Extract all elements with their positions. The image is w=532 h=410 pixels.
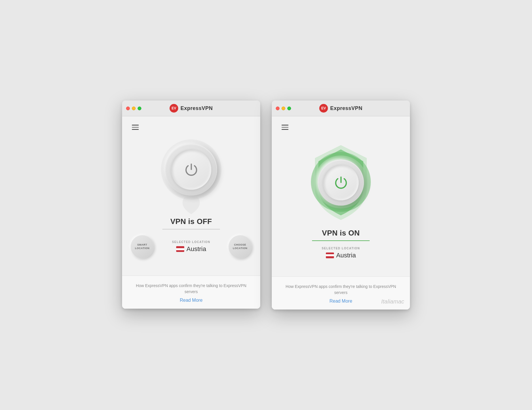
left-footer-text: How ExpressVPN apps confirm they're talk…	[131, 283, 252, 295]
right-footer: How ExpressVPN apps confirm they're talk…	[272, 276, 410, 310]
left-location-info: SELECTED LOCATION Austria	[158, 240, 224, 253]
right-flag-stripe-white	[326, 254, 334, 256]
right-hamburger-line-3	[282, 129, 288, 130]
right-read-more-link[interactable]: Read More	[329, 299, 352, 303]
smart-location-label: SMART LOCATION	[135, 243, 149, 250]
right-close-button[interactable]	[276, 107, 280, 110]
left-app-body: VPN is OFF SMART LOCATION SELECTED LOCAT…	[122, 116, 260, 309]
left-pin-svg	[168, 197, 214, 214]
left-title-bar: EV ExpressVPN	[122, 100, 260, 116]
left-power-area: VPN is OFF SMART LOCATION SELECTED LOCAT…	[131, 134, 252, 267]
choose-location-button[interactable]: CHOOSE LOCATION	[229, 235, 252, 258]
right-shield-wrapper	[298, 139, 384, 226]
left-power-button-inner	[171, 149, 211, 190]
left-read-more-link[interactable]: Read More	[180, 298, 202, 303]
right-flag-stripe-red-2	[326, 256, 334, 258]
right-location-info: SELECTED LOCATION Austria	[280, 247, 401, 259]
left-minimize-button[interactable]	[132, 107, 136, 110]
flag-stripe-red-2	[176, 250, 184, 252]
right-maximize-button[interactable]	[287, 107, 291, 110]
left-app-title: ExpressVPN	[180, 105, 213, 111]
right-location-area: SELECTED LOCATION Austria	[280, 247, 401, 259]
right-location-name-row: Austria	[280, 252, 401, 259]
right-power-button-wrapper	[318, 160, 364, 206]
left-location-name-row: Austria	[158, 245, 224, 253]
flag-stripe-red-1	[176, 246, 184, 248]
left-close-button[interactable]	[126, 107, 130, 110]
left-status-line	[162, 229, 220, 229]
right-minimize-button[interactable]	[282, 107, 285, 110]
right-app-body: VPN is ON SELECTED LOCATION	[272, 116, 410, 310]
right-app-main: VPN is ON SELECTED LOCATION	[272, 116, 410, 276]
right-hamburger-menu[interactable]	[280, 122, 290, 132]
right-vpn-status: VPN is ON	[322, 229, 360, 238]
left-traffic-lights	[126, 107, 141, 110]
smart-location-button[interactable]: SMART LOCATION	[131, 235, 154, 258]
hamburger-line-1	[132, 125, 139, 126]
left-power-button[interactable]	[165, 144, 217, 195]
left-selected-location-label: SELECTED LOCATION	[158, 240, 224, 244]
right-app-title: ExpressVPN	[330, 105, 362, 111]
right-flag-stripe-red-1	[326, 253, 334, 255]
right-selected-location-label: SELECTED LOCATION	[280, 247, 401, 250]
right-footer-text: How ExpressVPN apps confirm they're talk…	[280, 284, 401, 296]
left-location-pin	[168, 197, 214, 214]
left-footer: How ExpressVPN apps confirm they're talk…	[122, 276, 260, 309]
right-status-line	[312, 240, 370, 241]
right-power-button[interactable]	[318, 160, 364, 206]
choose-location-label: CHOOSE LOCATION	[233, 243, 247, 250]
flag-stripe-white	[176, 248, 184, 250]
right-austria-flag	[326, 253, 334, 258]
right-ev-logo-icon: EV	[319, 104, 328, 113]
page-wrapper: EV ExpressVPN	[122, 100, 410, 310]
left-location-name: Austria	[187, 245, 206, 253]
left-ev-logo-icon: EV	[170, 104, 178, 113]
left-hamburger-menu[interactable]	[131, 122, 140, 132]
left-power-glow-ring	[161, 139, 221, 200]
right-traffic-lights	[276, 107, 291, 110]
left-maximize-button[interactable]	[138, 107, 141, 110]
right-hamburger-line-2	[282, 127, 288, 128]
right-title-bar: EV ExpressVPN	[272, 100, 410, 116]
right-location-name: Austria	[336, 252, 356, 259]
left-vpn-status: VPN is OFF	[170, 217, 212, 226]
left-app-main: VPN is OFF SMART LOCATION SELECTED LOCAT…	[122, 116, 260, 276]
right-hamburger-line-1	[282, 125, 288, 126]
right-power-icon	[333, 174, 349, 190]
right-window: EV ExpressVPN	[272, 100, 410, 310]
hamburger-line-3	[132, 129, 139, 130]
left-app-logo: EV ExpressVPN	[170, 104, 213, 113]
left-austria-flag	[176, 246, 184, 252]
left-location-area: SMART LOCATION SELECTED LOCATION Austr	[131, 235, 252, 258]
right-power-button-inner	[323, 165, 359, 200]
left-window: EV ExpressVPN	[122, 100, 260, 309]
left-power-icon	[183, 162, 199, 177]
right-power-area: VPN is ON SELECTED LOCATION	[280, 134, 401, 268]
right-app-logo: EV ExpressVPN	[319, 104, 362, 113]
hamburger-line-2	[132, 127, 139, 128]
